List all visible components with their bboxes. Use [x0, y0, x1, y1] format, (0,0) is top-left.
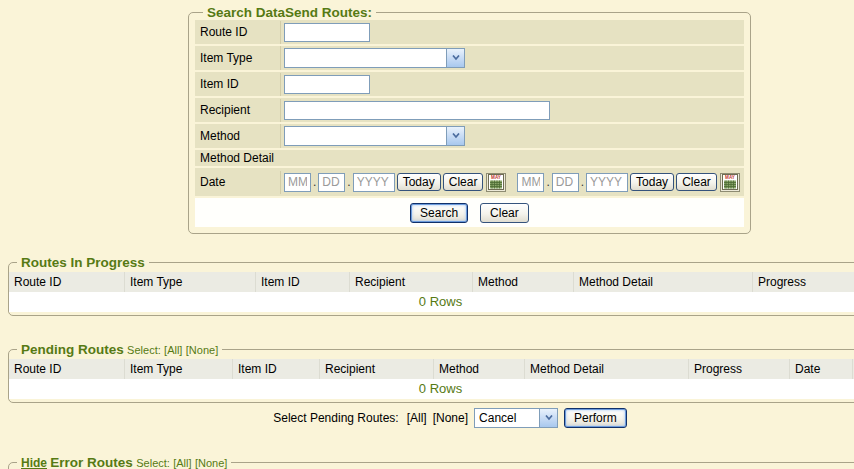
pending-action-all-link[interactable]: [All]	[407, 411, 427, 425]
date-to-month-input[interactable]	[517, 173, 544, 192]
column-header-item-id: Item ID	[256, 272, 350, 292]
date-to-clear-button[interactable]: Clear	[676, 173, 717, 191]
calendar-icon: MAY	[486, 173, 506, 192]
method-row: Method	[195, 124, 744, 148]
column-header-method-detail: Method Detail	[574, 272, 753, 292]
routes-in-progress-table: Route ID Item Type Item ID Recipient Met…	[9, 272, 854, 312]
date-from-year-input[interactable]	[353, 173, 395, 192]
pending-action-none-link[interactable]: [None]	[433, 411, 468, 425]
pending-routes-title: Pending Routes	[21, 342, 124, 357]
date-separator: .	[546, 173, 549, 192]
table-empty-row: 0 Rows	[9, 379, 854, 399]
column-header-method: Method	[473, 272, 574, 292]
error-select-none-link[interactable]: [None]	[195, 457, 227, 469]
date-row: Date . . Today Clear MAY . .	[195, 168, 744, 196]
recipient-row: Recipient	[195, 98, 744, 122]
pending-routes-panel: Pending Routes Select: [All] [None] Rout…	[8, 342, 854, 403]
chevron-down-icon	[539, 409, 557, 427]
method-detail-label: Method Detail	[195, 151, 280, 165]
pending-select-none-link[interactable]: [None]	[186, 344, 218, 356]
route-id-row: Route ID	[195, 20, 744, 44]
error-select-label: Select:	[136, 457, 170, 469]
table-header-row: Route ID Item Type Item ID Recipient Met…	[9, 359, 854, 379]
routes-in-progress-title: Routes In Progress	[21, 255, 145, 270]
item-id-label: Item ID	[195, 77, 280, 91]
date-to-year-input[interactable]	[586, 173, 628, 192]
column-header-item-id: Item ID	[233, 359, 320, 379]
date-from-today-button[interactable]: Today	[397, 173, 441, 191]
recipient-input[interactable]	[284, 101, 550, 120]
search-routes-panel: Search DataSend Routes: Route ID Item Ty…	[188, 5, 751, 234]
date-separator: .	[347, 173, 350, 192]
pending-action-label: Select Pending Routes:	[273, 411, 398, 425]
route-id-input[interactable]	[284, 23, 370, 42]
row-count-text: 0 Rows	[9, 379, 854, 399]
chevron-down-icon	[446, 127, 464, 145]
pending-select-label: Select:	[127, 344, 161, 356]
method-label: Method	[195, 129, 280, 143]
date-from-month-input[interactable]	[284, 173, 311, 192]
date-from-day-input[interactable]	[318, 173, 345, 192]
svg-text:MAY: MAY	[492, 175, 502, 180]
item-type-label: Item Type	[195, 51, 280, 65]
perform-button[interactable]: Perform	[564, 408, 627, 428]
pending-select-all-link[interactable]: [All]	[164, 344, 182, 356]
clear-button[interactable]: Clear	[480, 203, 529, 223]
date-label: Date	[195, 175, 280, 189]
column-header-date: Date	[790, 359, 853, 379]
route-id-label: Route ID	[195, 25, 280, 39]
pending-action-select[interactable]: Cancel	[474, 408, 558, 428]
pending-routes-table: Route ID Item Type Item ID Recipient Met…	[9, 359, 854, 399]
search-form-actions: Search Clear	[195, 198, 744, 227]
date-to-calendar-button[interactable]: MAY	[720, 173, 740, 192]
table-empty-row: 0 Rows	[9, 292, 854, 312]
pending-action-select-value: Cancel	[475, 411, 520, 425]
date-to-day-input[interactable]	[552, 173, 579, 192]
column-header-item-type: Item Type	[125, 359, 233, 379]
column-header-item-type: Item Type	[125, 272, 256, 292]
error-routes-panel: Hide Error Routes Select: [All] [None] R…	[8, 455, 854, 469]
date-separator: .	[581, 173, 584, 192]
routes-in-progress-panel: Routes In Progress Route ID Item Type It…	[8, 255, 854, 316]
column-header-route-id: Route ID	[9, 272, 125, 292]
column-header-recipient: Recipient	[320, 359, 434, 379]
date-to-today-button[interactable]: Today	[630, 173, 674, 191]
item-type-select[interactable]	[284, 48, 465, 68]
date-from-clear-button[interactable]: Clear	[443, 173, 484, 191]
column-header-progress: Progress	[689, 359, 790, 379]
chevron-down-icon	[446, 49, 464, 67]
item-id-row: Item ID	[195, 72, 744, 96]
column-header-recipient: Recipient	[350, 272, 473, 292]
item-type-row: Item Type	[195, 46, 744, 70]
item-id-input[interactable]	[284, 75, 370, 94]
method-detail-row: Method Detail	[195, 150, 744, 166]
pending-action-bar: Select Pending Routes: [All] [None] Canc…	[0, 408, 854, 428]
method-select[interactable]	[284, 126, 465, 146]
row-count-text: 0 Rows	[9, 292, 854, 312]
column-header-route-id: Route ID	[9, 359, 125, 379]
error-select-all-link[interactable]: [All]	[173, 457, 191, 469]
error-routes-title: Error Routes	[50, 455, 133, 469]
svg-text:MAY: MAY	[725, 175, 735, 180]
calendar-icon: MAY	[720, 173, 740, 192]
column-header-method-detail: Method Detail	[525, 359, 689, 379]
search-panel-title: Search DataSend Routes:	[203, 5, 376, 20]
table-header-row: Route ID Item Type Item ID Recipient Met…	[9, 272, 854, 292]
date-from-calendar-button[interactable]: MAY	[486, 173, 506, 192]
search-button[interactable]: Search	[410, 203, 468, 223]
recipient-label: Recipient	[195, 103, 280, 117]
date-separator: .	[313, 173, 316, 192]
column-header-progress: Progress	[753, 272, 854, 292]
error-hide-link[interactable]: Hide	[21, 456, 47, 469]
column-header-method: Method	[434, 359, 525, 379]
